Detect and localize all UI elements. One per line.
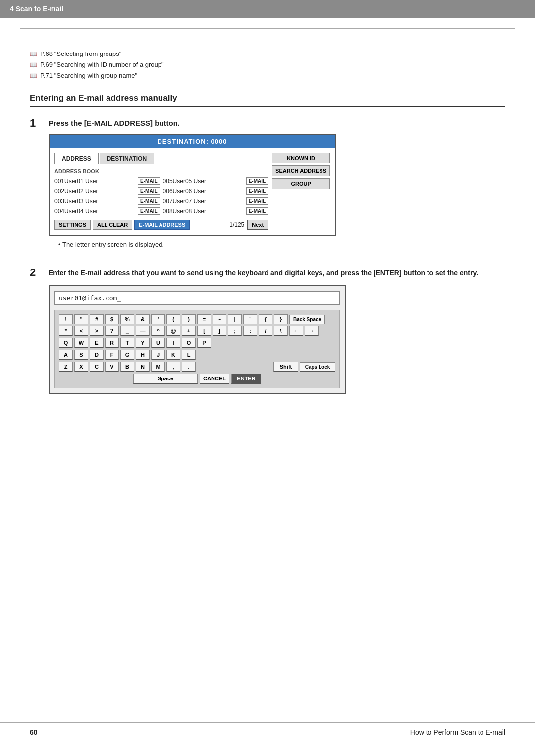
- key-d[interactable]: D: [90, 350, 104, 360]
- keyboard-dialog: user01@ifax.com_ ! " # $ % & ' ( ) =: [49, 285, 346, 394]
- addr-row-3[interactable]: 003User03 User E-MAIL: [54, 196, 160, 206]
- key-b[interactable]: B: [120, 362, 134, 372]
- key-apos[interactable]: ': [151, 314, 165, 324]
- group-button[interactable]: GROUP: [272, 178, 330, 189]
- addr-row-7[interactable]: 007User07 User E-MAIL: [163, 196, 268, 206]
- addr-row-1[interactable]: 001User01 User E-MAIL: [54, 176, 160, 186]
- space-button[interactable]: Space: [133, 374, 198, 384]
- key-tilde[interactable]: ~: [213, 314, 226, 324]
- addr-name-6: 006User06 User: [163, 188, 244, 195]
- key-x[interactable]: X: [74, 362, 88, 372]
- addr-row-6[interactable]: 006User06 User E-MAIL: [163, 186, 268, 196]
- email-address-button[interactable]: E-MAIL ADDRESS: [134, 220, 190, 230]
- key-rbracket[interactable]: ]: [213, 326, 226, 336]
- key-backtick[interactable]: `: [243, 314, 257, 324]
- settings-button[interactable]: SETTINGS: [54, 220, 91, 230]
- addr-row-8[interactable]: 008User08 User E-MAIL: [163, 206, 268, 216]
- key-f[interactable]: F: [105, 350, 119, 360]
- search-address-button[interactable]: SEARCH ADDRESS: [272, 165, 330, 176]
- key-backslash[interactable]: \: [274, 326, 288, 336]
- key-asterisk[interactable]: *: [59, 326, 73, 336]
- key-percent[interactable]: %: [120, 314, 134, 324]
- kbd-bottom-row: Space CANCEL ENTER: [59, 374, 335, 384]
- key-o[interactable]: O: [182, 338, 196, 348]
- bottom-left-buttons: SETTINGS ALL CLEAR E-MAIL ADDRESS: [54, 220, 190, 230]
- key-lt[interactable]: <: [74, 326, 88, 336]
- key-p[interactable]: P: [197, 338, 211, 348]
- footer-page-num: 60: [30, 728, 38, 736]
- key-j[interactable]: J: [151, 350, 165, 360]
- backspace-button[interactable]: Back Space: [289, 315, 325, 324]
- key-s[interactable]: S: [74, 350, 88, 360]
- key-lbracket[interactable]: [: [197, 326, 211, 336]
- addr-row-2[interactable]: 002User02 User E-MAIL: [54, 186, 160, 196]
- tab-destination[interactable]: DESTINATION: [100, 153, 154, 164]
- key-semicolon[interactable]: ;: [228, 326, 242, 336]
- dialog-sidebar: KNOWN ID SEARCH ADDRESS GROUP: [272, 153, 330, 230]
- key-g[interactable]: G: [120, 350, 134, 360]
- known-id-button[interactable]: KNOWN ID: [272, 153, 330, 163]
- key-pipe[interactable]: |: [228, 314, 242, 324]
- key-lbrace[interactable]: {: [259, 314, 272, 324]
- shift-button[interactable]: Shift: [273, 362, 298, 372]
- key-z[interactable]: Z: [59, 362, 73, 372]
- key-e[interactable]: E: [90, 338, 104, 348]
- key-exclaim[interactable]: !: [59, 314, 73, 324]
- bullet-symbol: •: [58, 241, 62, 248]
- addr-row-5[interactable]: 005User05 User E-MAIL: [163, 176, 268, 186]
- tab-address[interactable]: ADDRESS: [54, 153, 99, 164]
- key-u[interactable]: U: [151, 338, 165, 348]
- key-n[interactable]: N: [136, 362, 150, 372]
- email-badge-3: E-MAIL: [138, 197, 160, 205]
- key-c[interactable]: C: [90, 362, 104, 372]
- enter-button[interactable]: ENTER: [231, 374, 261, 384]
- key-at[interactable]: @: [166, 326, 180, 336]
- kbd-row-4: A S D F G H J K L: [59, 350, 335, 360]
- key-l[interactable]: L: [182, 350, 196, 360]
- kbd-input-bar[interactable]: user01@ifax.com_: [54, 291, 340, 305]
- key-rparen[interactable]: ): [182, 314, 196, 324]
- key-comma[interactable]: ,: [166, 362, 180, 372]
- key-dash[interactable]: —: [136, 326, 150, 336]
- key-r[interactable]: R: [105, 338, 119, 348]
- key-equals[interactable]: =: [197, 314, 211, 324]
- next-button[interactable]: Next: [247, 220, 268, 230]
- key-quote[interactable]: ": [74, 314, 88, 324]
- key-t[interactable]: T: [120, 338, 134, 348]
- right-arrow-button[interactable]: →: [305, 326, 319, 336]
- key-question[interactable]: ?: [105, 326, 119, 336]
- key-y[interactable]: Y: [136, 338, 150, 348]
- key-gt[interactable]: >: [90, 326, 104, 336]
- caps-lock-button[interactable]: Caps Lock: [300, 362, 335, 372]
- key-period[interactable]: .: [182, 362, 196, 372]
- key-rbrace[interactable]: }: [274, 314, 288, 324]
- key-colon[interactable]: :: [243, 326, 257, 336]
- left-arrow-button[interactable]: ←: [289, 326, 303, 336]
- key-amp[interactable]: &: [136, 314, 150, 324]
- addr-row-4[interactable]: 004User04 User E-MAIL: [54, 206, 160, 216]
- key-i[interactable]: I: [166, 338, 180, 348]
- key-a[interactable]: A: [59, 350, 73, 360]
- bullet-note: • The letter entry screen is displayed.: [58, 241, 505, 248]
- footer-title: How to Perform Scan to E-mail: [410, 728, 505, 736]
- key-v[interactable]: V: [105, 362, 119, 372]
- dialog-inner: ADDRESS DESTINATION ADDRESS BOOK 001User…: [50, 148, 335, 235]
- key-lparen[interactable]: (: [166, 314, 180, 324]
- addr-book-label: ADDRESS BOOK: [54, 168, 268, 174]
- key-plus[interactable]: +: [182, 326, 196, 336]
- key-hash[interactable]: #: [90, 314, 104, 324]
- key-slash[interactable]: /: [259, 326, 272, 336]
- key-underscore[interactable]: _: [120, 326, 134, 336]
- all-clear-button[interactable]: ALL CLEAR: [93, 220, 132, 230]
- addr-name-7: 007User07 User: [163, 198, 244, 205]
- key-dollar[interactable]: $: [105, 314, 119, 324]
- key-q[interactable]: Q: [59, 338, 73, 348]
- page-footer: 60 How to Perform Scan to E-mail: [0, 722, 535, 741]
- addr-name-8: 008User08 User: [163, 208, 244, 215]
- key-w[interactable]: W: [74, 338, 88, 348]
- cancel-button[interactable]: CANCEL: [200, 374, 229, 384]
- key-m[interactable]: M: [151, 362, 165, 372]
- key-h[interactable]: H: [136, 350, 150, 360]
- key-k[interactable]: K: [166, 350, 180, 360]
- key-caret[interactable]: ^: [151, 326, 165, 336]
